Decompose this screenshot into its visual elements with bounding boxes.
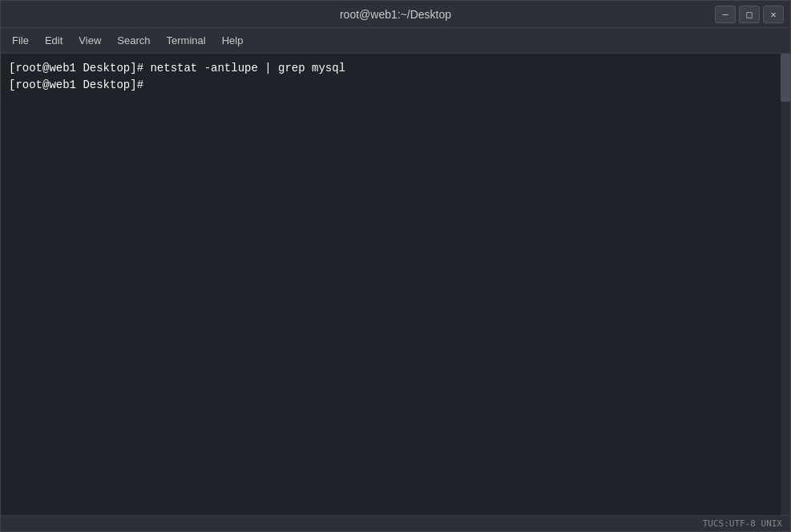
menu-view[interactable]: View [71,31,109,50]
status-bar: TUCS:UTF-8 UNIX [1,515,790,531]
menu-help[interactable]: Help [214,31,252,50]
maximize-button[interactable]: □ [739,6,760,23]
prompt-2: [root@web1 Desktop]# [9,79,150,91]
menu-terminal[interactable]: Terminal [159,31,214,50]
title-bar: root@web1:~/Desktop — □ ✕ [1,1,790,28]
terminal-line-2: [root@web1 Desktop]# [9,77,782,94]
menu-file[interactable]: File [4,31,37,50]
scrollbar-track [781,54,790,515]
terminal-line-1: [root@web1 Desktop]# netstat -antlupe | … [9,60,782,77]
window-controls: — □ ✕ [715,6,784,23]
minimize-button[interactable]: — [715,6,736,23]
menu-search[interactable]: Search [109,31,158,50]
status-text: TUCS:UTF-8 UNIX [703,518,782,529]
scrollbar-thumb[interactable] [781,54,790,102]
prompt-1: [root@web1 Desktop]# [9,62,150,75]
window-title: root@web1:~/Desktop [340,8,451,21]
menu-bar: File Edit View Search Terminal Help [1,28,790,54]
terminal-window: root@web1:~/Desktop — □ ✕ File Edit View… [0,0,791,532]
menu-edit[interactable]: Edit [37,31,71,50]
terminal-body[interactable]: [root@web1 Desktop]# netstat -antlupe | … [1,54,790,515]
close-button[interactable]: ✕ [763,6,784,23]
command-1: netstat -antlupe | grep mysql [150,62,345,75]
